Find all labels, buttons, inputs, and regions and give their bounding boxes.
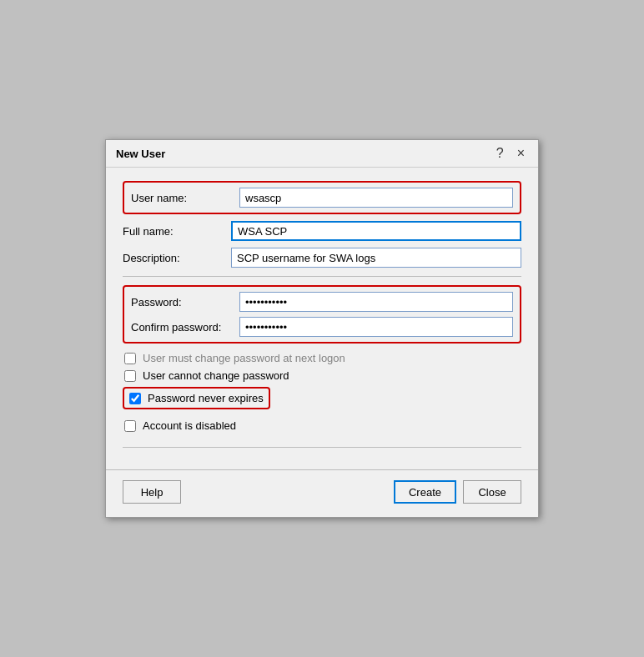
cannot-change-label[interactable]: User cannot change password [143,369,289,382]
new-user-dialog: New User ? × User name: Full name: Descr… [105,139,539,518]
fullname-label: Full name: [123,225,231,238]
password-label: Password: [131,296,239,308]
help-button[interactable]: Help [123,480,181,504]
help-icon-button[interactable]: ? [493,147,507,160]
username-input[interactable] [239,188,513,208]
create-button[interactable]: Create [394,480,456,504]
confirm-password-row: Confirm password: [131,317,513,337]
dialog-title: New User [116,148,165,160]
description-row: Description: [123,248,521,268]
password-section: Password: Confirm password: [123,285,521,344]
password-row: Password: [131,292,513,312]
account-disabled-checkbox[interactable] [124,420,136,432]
username-label: User name: [131,192,239,204]
account-disabled-row: Account is disabled [123,419,521,432]
confirm-password-input[interactable] [239,317,513,337]
cannot-change-checkbox[interactable] [124,370,136,382]
confirm-password-label: Confirm password: [131,321,239,334]
password-never-expires-wrapper: Password never expires [123,387,270,409]
description-label: Description: [123,252,231,264]
must-change-row: User must change password at next logon [123,352,521,364]
description-input[interactable] [231,248,521,268]
never-expires-checkbox[interactable] [129,393,141,404]
must-change-label[interactable]: User must change password at next logon [143,352,345,364]
dialog-footer: Help Create Close [106,469,538,517]
checkbox-group: User must change password at next logon … [123,350,521,439]
account-disabled-label[interactable]: Account is disabled [143,419,236,432]
cannot-change-row: User cannot change password [123,369,521,382]
title-controls: ? × [493,147,528,160]
separator-1 [123,276,521,277]
username-row: User name: [131,188,513,208]
fullname-row: Full name: [123,221,521,241]
title-bar: New User ? × [106,140,538,168]
separator-2 [123,447,521,448]
footer-right-buttons: Create Close [394,480,521,504]
close-title-button[interactable]: × [514,147,528,160]
username-section: User name: [123,181,521,214]
dialog-body: User name: Full name: Description: Passw… [106,168,538,469]
never-expires-label[interactable]: Password never expires [148,392,264,404]
close-button[interactable]: Close [463,480,521,504]
must-change-checkbox[interactable] [124,353,136,364]
fullname-input[interactable] [231,221,521,241]
password-input[interactable] [239,292,513,312]
